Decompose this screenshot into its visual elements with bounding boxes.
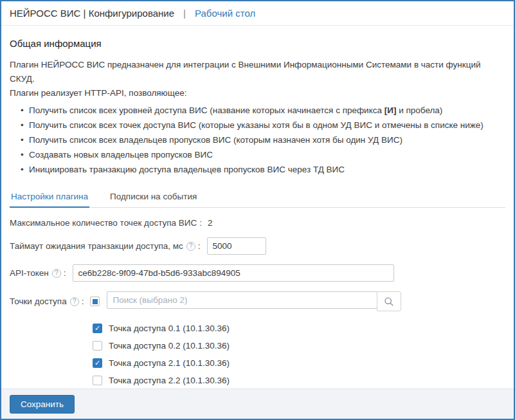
access-points-label: Точки доступа — [10, 297, 67, 306]
intro-line-1: Плагин НЕЙРОСС ВИС предназначен для инте… — [10, 58, 505, 86]
feature-item: Инициировать транзакцию доступа владельц… — [29, 162, 505, 177]
timeout-row: Таймаут ожидания транзакции доступа, мс … — [10, 237, 505, 255]
timeout-label: Таймаут ожидания транзакции доступа, мс — [10, 241, 183, 251]
access-point-list: ✓ Точка доступа 0.1 (10.1.30.36) Точка д… — [93, 320, 505, 388]
feature-list: Получить список всех уровней доступа ВИС… — [10, 103, 505, 177]
intro-text: Плагин НЕЙРОСС ВИС предназначен для инте… — [10, 58, 505, 100]
tab-event-subscriptions[interactable]: Подписки на события — [109, 186, 198, 208]
content-area: Общая информация Плагин НЕЙРОСС ВИС пред… — [1, 26, 514, 388]
intro-line-2: Плагин реализует HTTP-API, позволяющее: — [10, 86, 505, 100]
max-access-points-value: 2 — [208, 218, 213, 228]
page-title: Общая информация — [10, 38, 505, 49]
search-input[interactable] — [107, 291, 377, 309]
feature-item: Получить список всех владельцев пропуско… — [29, 132, 505, 147]
access-point-item[interactable]: Точка доступа 2.2 (10.1.30.36) — [93, 372, 505, 388]
title-separator: | — [183, 8, 186, 19]
access-point-search — [107, 291, 401, 311]
help-icon[interactable]: ? — [70, 297, 79, 306]
plugin-settings-form: Максимальное количество точек доступа ВИ… — [10, 218, 505, 388]
access-point-checkbox[interactable] — [93, 341, 102, 351]
app-title: НЕЙРОСС ВИС | Конфигурирование — [10, 8, 174, 19]
search-button[interactable] — [377, 291, 401, 311]
desktop-link[interactable]: Рабочий стол — [195, 8, 255, 19]
select-all-checkbox[interactable] — [90, 297, 100, 306]
search-icon — [384, 297, 394, 307]
access-point-checkbox[interactable]: ✓ — [93, 358, 102, 368]
tab-plugin-settings[interactable]: Настройки плагина — [10, 186, 89, 208]
topbar: НЕЙРОСС ВИС | Конфигурирование | Рабочий… — [1, 1, 514, 26]
save-button[interactable]: Сохранить — [10, 395, 75, 414]
max-access-points-row: Максимальное количество точек доступа ВИ… — [10, 218, 505, 228]
feature-item: Создавать новых владельцев пропусков ВИС — [29, 147, 505, 162]
api-token-label: API-токен — [10, 268, 49, 278]
access-point-item[interactable]: ✓ Точка доступа 0.1 (10.1.30.36) — [93, 320, 505, 337]
access-point-checkbox[interactable]: ✓ — [93, 324, 102, 333]
access-point-checkbox[interactable] — [93, 376, 102, 385]
api-token-input[interactable] — [73, 264, 394, 282]
help-icon[interactable]: ? — [52, 269, 61, 278]
api-token-row: API-токен ? : — [10, 264, 505, 282]
plugin-config-window: НЕЙРОСС ВИС | Конфигурирование | Рабочий… — [0, 0, 515, 420]
feature-item: Получить список всех точек доступа ВИС (… — [29, 118, 505, 132]
feature-item: Получить список всех уровней доступа ВИС… — [29, 103, 505, 118]
access-points-row: Точки доступа ? : — [10, 291, 505, 311]
access-point-item[interactable]: Точка доступа 0.2 (10.1.30.36) — [93, 337, 505, 354]
max-access-points-label: Максимальное количество точек доступа ВИ… — [10, 218, 197, 228]
access-point-item[interactable]: ✓ Точка доступа 2.1 (10.1.30.36) — [93, 354, 505, 372]
footer-bar: Сохранить — [1, 388, 514, 419]
help-icon[interactable]: ? — [186, 242, 195, 251]
timeout-input[interactable] — [207, 237, 266, 255]
tab-bar: Настройки плагина Подписки на события — [10, 185, 505, 208]
